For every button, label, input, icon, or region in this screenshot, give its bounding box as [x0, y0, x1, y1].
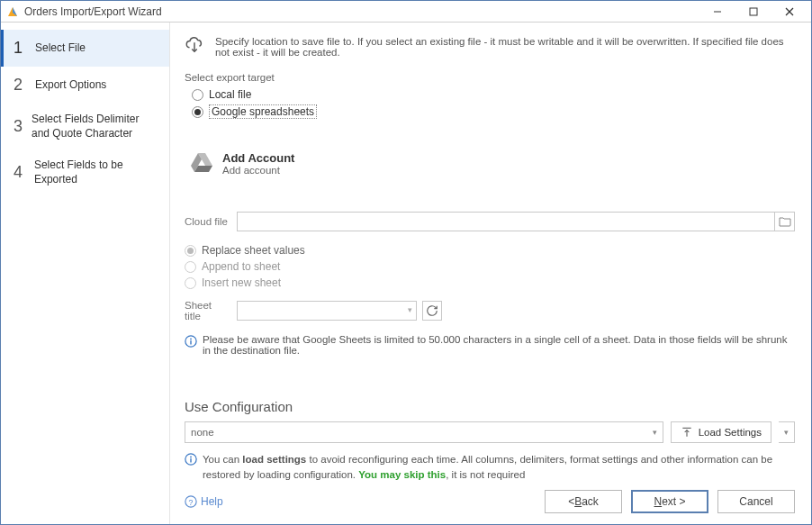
radio-icon [185, 277, 196, 289]
maximize-button[interactable] [735, 2, 771, 22]
next-button[interactable]: Next > [631, 490, 708, 513]
configuration-select[interactable]: none ▾ [185, 421, 663, 443]
minimize-button[interactable] [699, 2, 735, 22]
export-target-label: Select export target [185, 72, 795, 83]
sheets-limit-warning: Please be aware that Google Sheets is li… [203, 334, 795, 356]
radio-icon [185, 261, 196, 273]
title-bar: Orders Import/Export Wizard [1, 1, 811, 23]
google-drive-icon [190, 151, 213, 176]
add-account-row[interactable]: Add Account Add account [190, 151, 795, 176]
radio-icon [192, 89, 203, 101]
refresh-sheets-button[interactable] [422, 301, 442, 321]
chevron-down-icon: ▾ [408, 305, 412, 314]
main-panel: Specify location to save file to. If you… [170, 23, 811, 524]
load-settings-dropdown[interactable]: ▾ [779, 421, 795, 443]
add-account-title: Add Account [222, 151, 294, 165]
radio-append-sheet[interactable]: Append to sheet [185, 258, 795, 275]
back-button[interactable]: < Back [545, 490, 622, 513]
close-button[interactable] [771, 2, 807, 22]
window-title: Orders Import/Export Wizard [24, 5, 699, 18]
svg-rect-12 [190, 340, 191, 344]
sheet-title-select[interactable]: ▾ [237, 301, 417, 321]
folder-icon [779, 216, 791, 227]
browse-folder-button[interactable] [775, 212, 795, 231]
svg-point-16 [190, 457, 192, 458]
intro-text: Specify location to save file to. If you… [215, 36, 795, 58]
help-icon: ? [185, 495, 197, 508]
svg-rect-3 [750, 8, 757, 15]
svg-text:?: ? [189, 498, 194, 507]
app-icon [6, 5, 19, 18]
sheet-title-label: Sheet title [185, 300, 230, 321]
step-1[interactable]: 1 Select File [1, 30, 169, 67]
radio-icon [185, 245, 196, 257]
radio-icon [192, 106, 203, 118]
refresh-icon [426, 304, 438, 317]
info-icon [185, 453, 197, 482]
radio-insert-sheet[interactable]: Insert new sheet [185, 275, 795, 291]
help-link[interactable]: ? Help [185, 495, 223, 508]
configuration-tip: You can load settings to avoid reconfigu… [203, 452, 795, 482]
cloud-file-input[interactable] [237, 212, 775, 231]
add-account-subtitle: Add account [222, 165, 294, 176]
upload-icon [681, 426, 693, 439]
load-settings-button[interactable]: Load Settings [671, 421, 771, 443]
radio-google-spreadsheets[interactable]: Google spreadsheets [192, 103, 795, 121]
step-3[interactable]: 3 Select Fields Delimiter and Quote Char… [1, 104, 169, 149]
svg-point-11 [190, 339, 192, 340]
cloud-export-icon [185, 35, 204, 58]
step-2[interactable]: 2 Export Options [1, 67, 169, 104]
svg-rect-17 [190, 458, 191, 462]
wizard-steps-sidebar: 1 Select File 2 Export Options 3 Select … [1, 23, 170, 524]
cloud-file-label: Cloud file [185, 216, 230, 227]
radio-replace-sheet[interactable]: Replace sheet values [185, 242, 795, 258]
cancel-button[interactable]: Cancel [717, 490, 795, 513]
chevron-down-icon: ▾ [653, 428, 657, 437]
step-4[interactable]: 4 Select Fields to be Exported [1, 149, 169, 195]
radio-local-file[interactable]: Local file [192, 86, 795, 103]
info-icon [185, 335, 197, 349]
use-configuration-heading: Use Configuration [185, 399, 795, 414]
